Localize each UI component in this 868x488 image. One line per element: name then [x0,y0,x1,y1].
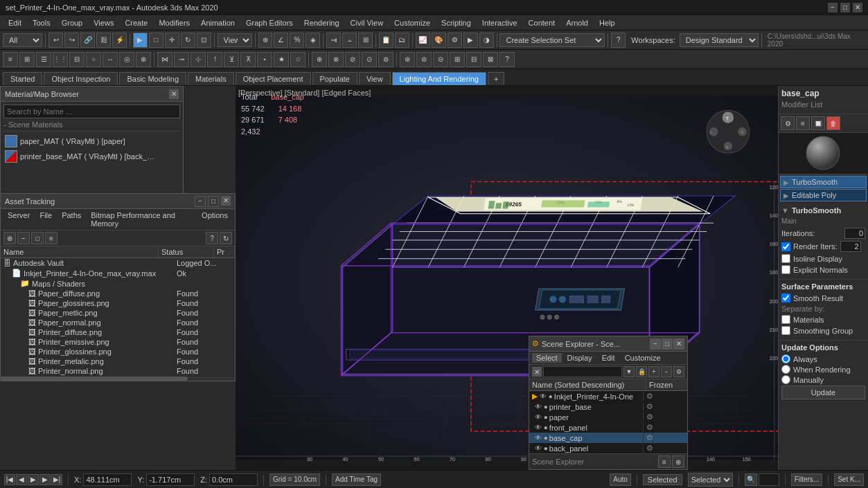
tb2-5[interactable]: ⊟ [69,52,85,67]
tb2-9[interactable]: ⊕ [136,52,151,67]
mat-search-input[interactable] [3,105,180,118]
asset-row-maps[interactable]: 📁 Maps / Shaders [1,278,235,289]
se-tb-opt[interactable]: ⚙ [673,366,684,377]
menu-civil-view[interactable]: Civil View [345,17,389,28]
tb2-3[interactable]: ☰ [36,52,51,67]
rotate-btn[interactable]: ↻ [181,33,195,48]
viewport[interactable]: [Perspective] [Standard] [Edged Faces] T… [236,86,778,470]
asset-track-header[interactable]: Asset Tracking − □ ✕ [1,194,235,209]
help-btn[interactable]: ? [611,33,626,48]
ts-iters-input[interactable] [844,228,865,239]
se-close-btn[interactable]: ✕ [673,338,684,350]
mod-icon-1[interactable]: ⚙ [781,116,795,130]
mirror-btn[interactable]: ⫥ [326,33,341,48]
ts-renderiters-input[interactable] [840,241,861,252]
asset-row-print-metal[interactable]: 🖼 Printer_metalic.png Found [1,356,235,366]
selected-dropdown[interactable]: Selected [688,473,733,487]
tb2-4[interactable]: ⋮⋮ [53,52,68,67]
se-tb-add[interactable]: + [648,366,659,377]
select-region-btn[interactable]: □ [149,33,163,48]
menu-help[interactable]: Help [594,17,621,28]
menu-content[interactable]: Content [523,17,561,28]
tab-object-placement[interactable]: Object Placement [236,72,311,85]
menu-arnold[interactable]: Arnold [560,17,594,28]
anim-next[interactable]: ▶ [39,474,51,485]
asset-menu-bitmap[interactable]: Bitmap Performance and Memory [87,210,196,228]
menu-group[interactable]: Group [56,17,89,28]
layer-mgr-btn[interactable]: 📋 [379,33,393,48]
tb2-23[interactable]: ⊚ [378,52,393,67]
menu-views[interactable]: Views [88,17,119,28]
asset-tb-help[interactable]: ? [206,232,218,244]
coord-z-input[interactable] [209,473,258,486]
asset-max-btn[interactable]: □ [208,196,219,207]
sep-materials-check[interactable] [781,315,790,324]
tb2-24[interactable]: ⊛ [400,52,415,67]
menu-rendering[interactable]: Rendering [299,17,345,28]
view-dropdown[interactable]: View [218,33,252,47]
undo-btn[interactable]: ↩ [48,33,63,48]
asset-close-btn[interactable]: ✕ [221,196,231,206]
se-menu-customize[interactable]: Customize [621,353,665,363]
mat-browser-close[interactable]: ✕ [169,89,179,99]
se-footer-btn-1[interactable]: ≡ [658,455,671,468]
se-maximize-btn[interactable]: □ [662,338,673,350]
radio-always-input[interactable] [781,354,790,363]
se-tb-del[interactable]: − [661,366,672,377]
tb2-19[interactable]: ⊕ [312,52,327,67]
tb2-15[interactable]: ⊼ [240,52,256,67]
se-menu-edit[interactable]: Edit [598,353,619,363]
tb2-10[interactable]: ⋈ [157,52,172,67]
mat-item-0[interactable]: paper_MAT ( VRayMtl ) [paper] [3,134,180,149]
asset-tb-3[interactable]: □ [31,232,44,244]
asset-menu-server[interactable]: Server [3,210,34,228]
menu-graph-editors[interactable]: Graph Editors [240,17,299,28]
tb2-30[interactable]: ? [499,52,515,67]
se-row-front-panel[interactable]: 👁 ● front_panel ⚙ [529,422,687,433]
coord-x-input[interactable] [83,473,132,486]
asset-row-print-gloss[interactable]: 🖼 Printer_glossines.png Found [1,347,235,356]
align-view-btn[interactable]: ⊞ [358,33,373,48]
minimize-btn[interactable]: − [828,3,838,12]
select-move-btn[interactable]: ✛ [165,33,179,48]
menu-create[interactable]: Create [119,17,153,28]
mod-icon-delete[interactable]: 🗑 [826,116,840,130]
mod-icon-3[interactable]: 🔲 [811,116,825,130]
anim-play[interactable]: ▶ [28,474,39,485]
anim-next-end[interactable]: ▶| [51,474,62,485]
asset-row-print-norm[interactable]: 🖼 Printer_normal.png Found [1,366,235,376]
se-tb-lock[interactable]: 🔒 [636,366,647,377]
sep-smoothing-check[interactable] [781,326,790,335]
se-menu-select[interactable]: Select [532,353,562,363]
se-row-back-panel[interactable]: 👁 ● back_panel ⚙ [529,443,687,453]
tb2-28[interactable]: ⊟ [466,52,481,67]
asset-row-print-diff[interactable]: 🖼 Printer_diffuse.png Found [1,327,235,337]
se-row-base-cap[interactable]: 👁 ● base_cap ⚙ [529,433,687,443]
se-tb-filter[interactable]: ▼ [623,366,635,377]
layer-dropdown[interactable]: All [3,33,42,47]
tab-materials[interactable]: Materials [188,72,234,85]
asset-row-file[interactable]: 📄 Inkjet_Printer_4-In-One_max_vray.max O… [1,268,235,278]
modifier-turbosmooth[interactable]: ▶ TurboSmooth [780,176,867,188]
tab-basic-modeling[interactable]: Basic Modeling [119,72,186,85]
tab-started[interactable]: Started [3,72,42,85]
asset-tb-4[interactable]: ≡ [45,232,57,244]
tab-lighting-rendering[interactable]: Lighting And Rendering [392,72,486,85]
ts-renderiters-check[interactable] [781,242,790,251]
tb2-25[interactable]: ⊜ [416,52,432,67]
link-btn[interactable]: 🔗 [80,33,95,48]
align-btn[interactable]: ⫠ [342,33,357,48]
tb2-21[interactable]: ⊘ [345,52,360,67]
asset-row-print-emis[interactable]: 🖼 Printer_emissive.png Found [1,337,235,347]
graph-editors-btn[interactable]: 📈 [416,33,430,48]
tb2-20[interactable]: ⊗ [328,52,344,67]
unlink-btn[interactable]: ⛓ [96,33,111,48]
asset-row-paper-met[interactable]: 🖼 Paper_metlic.png Found [1,308,235,318]
tb2-18[interactable]: ☆ [290,52,305,67]
tb2-8[interactable]: ◎ [119,52,134,67]
tb2-27[interactable]: ⊞ [450,52,465,67]
close-btn[interactable]: ✕ [853,3,862,12]
asset-tb-2[interactable]: − [17,232,30,244]
snap-toggle[interactable]: ⊕ [258,33,273,48]
tb2-16[interactable]: ⋆ [257,52,272,67]
